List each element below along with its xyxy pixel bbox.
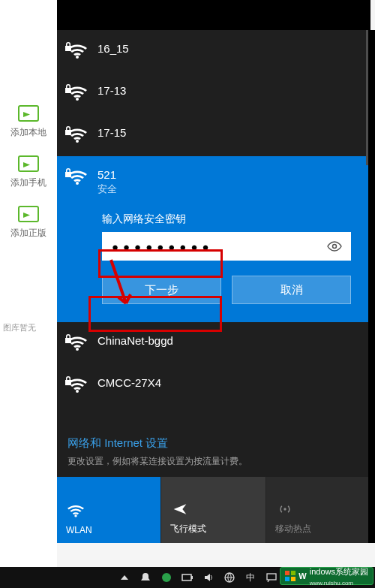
network-item[interactable]: 16_15 xyxy=(57,30,370,72)
tile-hotspot[interactable]: 移动热点 xyxy=(266,477,370,543)
airplane-icon xyxy=(172,502,188,517)
watermark-badge: W indows系统家园 www.ruishu.com xyxy=(280,567,374,585)
settings-block: 网络和 Internet 设置 更改设置，例如将某连接设置为按流量计费。 xyxy=(57,432,370,477)
network-name: 17-13 xyxy=(98,84,126,97)
wifi-secure-icon xyxy=(68,44,87,60)
svg-point-2 xyxy=(162,573,171,582)
tile-wlan[interactable]: WLAN xyxy=(57,477,161,543)
wifi-secure-icon xyxy=(68,378,87,394)
network-name: 521 xyxy=(98,168,117,181)
tray-action-center-icon[interactable] xyxy=(266,571,278,583)
svg-rect-10 xyxy=(291,577,296,581)
password-label: 输入网络安全密钥 xyxy=(102,213,360,226)
svg-rect-7 xyxy=(285,571,290,575)
svg-point-1 xyxy=(284,508,286,510)
tray-ime-indicator[interactable]: 中 xyxy=(244,571,256,583)
network-name: 16_15 xyxy=(98,42,129,55)
sidebar-label: 添加手机 xyxy=(10,176,46,189)
windows-flag-icon xyxy=(285,571,296,581)
svg-rect-6 xyxy=(267,574,276,580)
hotspot-icon xyxy=(277,502,293,517)
svg-rect-3 xyxy=(182,574,191,580)
network-list: 16_15 17-13 17-15 xyxy=(57,30,370,432)
tray-wechat-icon[interactable] xyxy=(160,571,172,583)
badge-sub: www.ruishu.com xyxy=(310,580,353,586)
flyout-top-gap xyxy=(57,0,370,30)
svg-rect-4 xyxy=(191,576,193,579)
network-name: CMCC-27X4 xyxy=(98,376,161,389)
network-item[interactable]: ChinaNet-bggd xyxy=(57,322,370,364)
picture-icon xyxy=(18,155,39,172)
sidebar-add-official[interactable]: 添加正版 xyxy=(0,197,57,247)
svg-point-0 xyxy=(333,245,337,249)
flyout-right-edge xyxy=(368,30,375,543)
network-security-label: 安全 xyxy=(98,182,117,196)
sidebar-label: 添加正版 xyxy=(10,227,46,240)
next-button[interactable]: 下一步 xyxy=(102,276,221,304)
settings-sub: 更改设置，例如将某连接设置为按流量计费。 xyxy=(68,455,360,468)
tile-label: WLAN xyxy=(66,525,92,535)
sidebar-empty-hint: 图库暂无 xyxy=(0,247,57,333)
tray-chevron-icon[interactable] xyxy=(118,571,130,583)
svg-rect-9 xyxy=(285,577,290,581)
wifi-secure-icon xyxy=(68,86,87,102)
network-item[interactable]: 17-13 xyxy=(57,72,370,114)
network-name: ChinaNet-bggd xyxy=(98,334,173,347)
reveal-password-icon[interactable] xyxy=(324,236,345,257)
badge-text: indows系统家园 xyxy=(310,567,368,576)
tile-label: 飞行模式 xyxy=(170,523,206,535)
svg-rect-8 xyxy=(291,571,296,575)
app-sidebar: 添加本地 添加手机 添加正版 图库暂无 xyxy=(0,0,57,571)
tile-airplane[interactable]: 飞行模式 xyxy=(161,477,266,543)
wifi-secure-icon xyxy=(68,336,87,352)
settings-link[interactable]: 网络和 Internet 设置 xyxy=(68,436,360,451)
password-input[interactable] xyxy=(102,232,351,261)
network-item[interactable]: CMCC-27X4 xyxy=(57,364,370,406)
sidebar-label: 添加本地 xyxy=(10,126,46,139)
cancel-button[interactable]: 取消 xyxy=(232,276,351,304)
network-name: 17-15 xyxy=(98,126,126,139)
network-item-active: 521 安全 输入网络安全密钥 下一步 取消 xyxy=(57,156,370,322)
tray-volume-icon[interactable] xyxy=(202,571,214,583)
sidebar-add-phone[interactable]: 添加手机 xyxy=(0,146,57,197)
tray-notification-icon[interactable] xyxy=(140,571,152,583)
picture-icon xyxy=(18,105,39,122)
sidebar-add-local[interactable]: 添加本地 xyxy=(0,96,57,146)
wifi-secure-icon xyxy=(68,170,87,186)
wifi-flyout: 16_15 17-13 17-15 xyxy=(57,30,370,543)
wifi-icon xyxy=(68,504,84,519)
picture-icon xyxy=(18,206,39,222)
wifi-secure-icon xyxy=(68,128,87,144)
tray-network-icon[interactable] xyxy=(224,571,236,583)
network-item[interactable]: 17-15 xyxy=(57,114,370,156)
quick-tiles: WLAN 飞行模式 移动热点 xyxy=(57,477,370,543)
tile-label: 移动热点 xyxy=(275,523,311,535)
tray-battery-icon[interactable] xyxy=(182,571,194,583)
